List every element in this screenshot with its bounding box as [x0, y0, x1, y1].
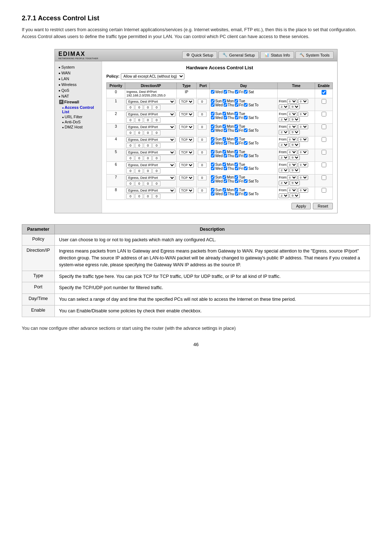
type-select[interactable]: TCPUDPIP	[179, 124, 194, 130]
day-tue-checkbox[interactable]	[234, 137, 238, 141]
port-input[interactable]	[198, 99, 207, 104]
day-wed-checkbox[interactable]	[211, 154, 215, 157]
port-input[interactable]	[198, 163, 207, 168]
sidebar-item-nat[interactable]: NAT	[57, 93, 99, 99]
type-select[interactable]: TCPUDPIP	[179, 150, 194, 155]
to-min-select[interactable]: 59	[290, 130, 300, 135]
enable-checkbox[interactable]	[322, 137, 326, 142]
ip3-input[interactable]	[152, 130, 160, 135]
sidebar-item-wan[interactable]: WAN	[57, 70, 99, 76]
ip0-input[interactable]	[126, 130, 134, 135]
ip0-input[interactable]	[126, 156, 134, 161]
day-fri-checkbox[interactable]	[235, 116, 238, 119]
sidebar-item-dmz-host[interactable]: DMZ Host	[57, 124, 99, 130]
type-select[interactable]: TCPUDPIP	[179, 188, 194, 193]
sidebar-item-system[interactable]: System	[57, 64, 99, 70]
ip1-input[interactable]	[135, 168, 143, 173]
day-sat-checkbox[interactable]	[244, 141, 248, 145]
ip1-input[interactable]	[135, 118, 143, 123]
ip3-input[interactable]	[152, 194, 160, 199]
sidebar-item-qos[interactable]: QoS	[57, 87, 99, 93]
direction-select[interactable]: Egress, Dest IP/Port Ingress, Dest IP/Po…	[126, 163, 175, 168]
to-hour-select[interactable]: 23	[279, 155, 289, 160]
from-hour-select[interactable]: 0	[287, 188, 297, 193]
day-sun-checkbox[interactable]	[211, 124, 215, 128]
type-select[interactable]: TCPUDPIP	[179, 137, 194, 142]
day-sun-checkbox[interactable]	[211, 175, 215, 179]
from-min-select[interactable]: 0	[298, 175, 308, 180]
ip0-input[interactable]	[126, 105, 134, 110]
enable-checkbox[interactable]	[322, 175, 326, 180]
day-fri-checkbox[interactable]	[235, 141, 238, 145]
ip2-input[interactable]	[144, 168, 152, 173]
direction-select[interactable]: Egress, Dest IP/Port Ingress, Dest IP/Po…	[126, 137, 175, 142]
day-mon-checkbox[interactable]	[222, 124, 226, 128]
to-min-select[interactable]: 59	[290, 168, 300, 173]
direction-select[interactable]: Egress, Dest IP/Port Ingress, Dest IP/Po…	[126, 124, 175, 130]
day-mon-checkbox[interactable]	[222, 188, 226, 192]
to-hour-select[interactable]: 23	[279, 193, 289, 198]
enable-checkbox[interactable]	[322, 150, 326, 155]
from-min-select[interactable]: 0	[298, 99, 308, 104]
to-hour-select[interactable]: 23	[279, 117, 289, 122]
port-input[interactable]	[198, 188, 207, 193]
day-sat-checkbox[interactable]	[244, 192, 248, 196]
day-wed-checkbox[interactable]	[211, 167, 215, 170]
ip1-input[interactable]	[135, 156, 143, 161]
to-min-select[interactable]: 59	[290, 155, 300, 160]
day-wed-checkbox[interactable]	[211, 192, 215, 196]
direction-select[interactable]: Egress, Dest IP/Port Ingress, Dest IP/Po…	[126, 188, 175, 193]
ip1-input[interactable]	[135, 130, 143, 135]
port-input[interactable]	[198, 175, 207, 180]
from-hour-select[interactable]: 0	[287, 112, 297, 116]
enable-checkbox[interactable]	[322, 124, 326, 129]
day-sat-checkbox[interactable]	[244, 179, 248, 183]
direction-select[interactable]: Egress, Dest IP/Port Ingress, Dest IP/Po…	[126, 99, 175, 104]
from-hour-select[interactable]: 0	[287, 150, 297, 155]
ip3-input[interactable]	[152, 181, 160, 186]
to-hour-select[interactable]: 23	[279, 143, 289, 147]
ip2-input[interactable]	[144, 194, 152, 199]
ip2-input[interactable]	[144, 130, 152, 135]
ip3-input[interactable]	[152, 105, 160, 110]
ip2-input[interactable]	[144, 156, 152, 161]
enable-checkbox[interactable]	[322, 90, 326, 95]
port-input[interactable]	[198, 137, 207, 142]
to-min-select[interactable]: 59	[290, 104, 300, 109]
ip3-input[interactable]	[152, 168, 160, 173]
day-tue-checkbox[interactable]	[234, 99, 238, 103]
sidebar-item-lan[interactable]: LAN	[57, 76, 99, 82]
sidebar-item-access-control-list[interactable]: Access Control List	[57, 105, 99, 114]
to-hour-select[interactable]: 23	[279, 104, 289, 109]
day-sat-checkbox[interactable]	[244, 116, 248, 119]
day-mon-checkbox[interactable]	[222, 150, 226, 153]
type-select[interactable]: TCPUDPIP	[179, 175, 194, 180]
ip2-input[interactable]	[144, 118, 152, 123]
from-hour-select[interactable]: 0	[287, 99, 297, 104]
day-wed-checkbox[interactable]	[211, 116, 215, 119]
to-hour-select[interactable]: 23	[279, 130, 289, 135]
day-mon-checkbox[interactable]	[222, 175, 226, 179]
from-min-select[interactable]: 0	[298, 188, 308, 193]
from-min-select[interactable]: 0	[298, 124, 308, 129]
apply-button[interactable]: Apply	[291, 203, 311, 209]
type-select[interactable]: TCPUDPIP	[179, 163, 194, 168]
ip3-input[interactable]	[152, 118, 160, 123]
ip1-input[interactable]	[135, 194, 143, 199]
day-thu-checkbox[interactable]	[224, 103, 227, 107]
day-fri-checkbox[interactable]	[235, 103, 238, 107]
ip0-input[interactable]	[126, 118, 134, 123]
from-hour-select[interactable]: 0	[287, 175, 297, 180]
day-mon-checkbox[interactable]	[222, 99, 226, 103]
from-min-select[interactable]: 0	[298, 150, 308, 155]
day-tue-checkbox[interactable]	[234, 175, 238, 179]
ip1-input[interactable]	[135, 143, 143, 148]
enable-checkbox[interactable]	[322, 99, 326, 104]
enable-checkbox[interactable]	[322, 163, 326, 167]
day-tue-checkbox[interactable]	[234, 112, 238, 115]
ip2-input[interactable]	[144, 105, 152, 110]
day-sat-checkbox[interactable]	[244, 167, 248, 170]
day-sat-checkbox[interactable]	[244, 128, 248, 132]
type-select[interactable]: TCPUDPIP	[179, 112, 194, 117]
day-sat-checkbox[interactable]	[244, 154, 248, 157]
